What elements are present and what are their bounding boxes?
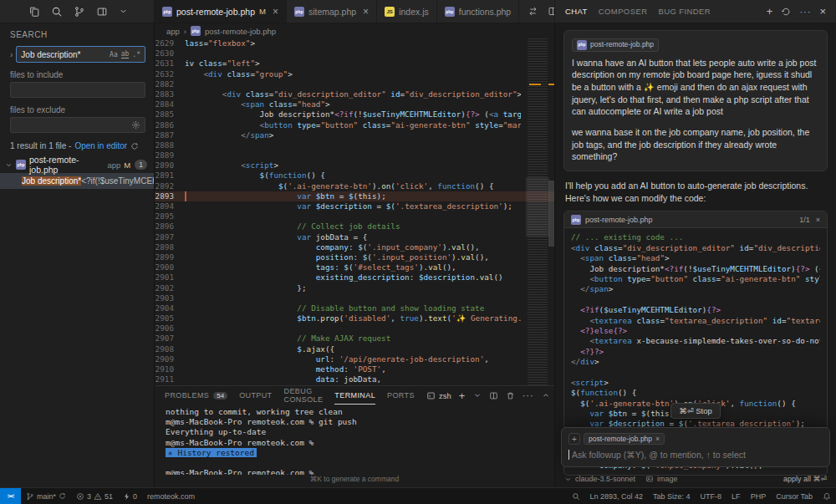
more-icon[interactable]: ···: [799, 7, 811, 17]
apply-all-button[interactable]: apply all ⌘⏎: [783, 475, 827, 483]
kill-terminal-icon[interactable]: [506, 391, 515, 400]
codeblock-header[interactable]: php post-remote-job.php 1/1 ×: [564, 211, 827, 228]
code-line[interactable]: 2630: [155, 48, 554, 59]
code-line[interactable]: 2897 var jobData = {: [155, 232, 554, 242]
cursor-position-status[interactable]: Ln 2893, Col 42: [585, 488, 649, 504]
code-line[interactable]: 2902 };: [155, 283, 554, 293]
code-line[interactable]: 2892 $('.ai-generate-btn').on('click', f…: [155, 181, 554, 191]
add-context-button[interactable]: +: [568, 433, 580, 445]
search-input[interactable]: Job description* Aa ab .*: [16, 46, 145, 63]
search-query[interactable]: Job description*: [21, 50, 106, 59]
code-line[interactable]: 2905 $btn.prop('disabled', true).text('✨…: [155, 313, 554, 323]
code-line[interactable]: 2883 <div class="div_description_editor"…: [155, 89, 554, 99]
problems-status[interactable]: 3 51: [71, 488, 118, 504]
code-line[interactable]: 2911 data: jobData,: [155, 374, 554, 384]
code-line[interactable]: 2907 // Make AJAX request: [155, 333, 554, 344]
eol-status[interactable]: LF: [726, 488, 746, 504]
code-line[interactable]: 2885 Job description*<?if(!$useTinyMCEHT…: [155, 109, 554, 120]
code-editor[interactable]: 2629lass="flexbox">2630 2631iv class="le…: [155, 38, 554, 385]
code-line[interactable]: 2896 // Collect job details: [155, 221, 554, 232]
language-mode-status[interactable]: PHP: [746, 488, 772, 504]
whole-word-icon[interactable]: ab: [121, 50, 130, 59]
close-icon[interactable]: ×: [816, 216, 820, 224]
refresh-icon[interactable]: [130, 142, 139, 150]
bolt-status[interactable]: 0: [118, 488, 142, 504]
compare-changes-icon[interactable]: [528, 6, 538, 17]
new-terminal-icon[interactable]: +: [459, 390, 466, 401]
git-branch-status[interactable]: main*: [21, 488, 71, 504]
code-line[interactable]: 2887 </span>: [155, 130, 554, 140]
panel-tab-terminal[interactable]: TERMINAL: [334, 386, 375, 405]
split-terminal-icon[interactable]: [489, 391, 498, 400]
code-line[interactable]: 2910 method: 'POST',: [155, 364, 554, 374]
editor-tab[interactable]: phpsitemap.php×: [287, 0, 377, 23]
code-line[interactable]: 2899 position: $('.input_position').val(…: [155, 252, 554, 262]
code-line[interactable]: 2895: [155, 211, 554, 221]
minimap-viewport[interactable]: [526, 177, 549, 237]
search-match-row[interactable]: Job description*<?if(!$useTinyMCEH: [0, 173, 154, 189]
attached-file-chip[interactable]: php post-remote-job.php: [572, 38, 659, 52]
files-to-exclude-input[interactable]: [10, 117, 145, 133]
panel-tab-problems[interactable]: PROBLEMS54: [165, 386, 227, 405]
chat-input-box[interactable]: + post-remote-job.php × Ask followup (⌘Y…: [561, 427, 830, 467]
exclude-settings-gear-icon[interactable]: [131, 120, 140, 130]
layout-icon[interactable]: [96, 6, 108, 18]
regex-icon[interactable]: .*: [132, 51, 140, 59]
code-line[interactable]: 2906: [155, 323, 554, 333]
history-icon[interactable]: [781, 7, 791, 17]
stop-generating-button[interactable]: ⌘⏎ Stop: [670, 403, 721, 419]
breadcrumb-folder[interactable]: app: [166, 27, 180, 36]
code-line[interactable]: 2886 <button type="button" class="ai-gen…: [155, 120, 554, 130]
source-control-icon[interactable]: [74, 6, 85, 18]
minimap[interactable]: [528, 38, 548, 385]
tab-bug-finder[interactable]: BUG FINDER: [658, 7, 711, 16]
more-panel-actions-icon[interactable]: ···: [522, 390, 534, 400]
code-line[interactable]: 2884 <span class="head">: [155, 99, 554, 109]
remove-chip-icon[interactable]: ×: [655, 435, 660, 443]
tab-composer[interactable]: COMPOSER: [599, 7, 648, 16]
editor-tab[interactable]: JSindex.js: [377, 0, 437, 23]
code-line[interactable]: 2882: [155, 79, 554, 89]
code-line[interactable]: 2629lass="flexbox">: [155, 38, 554, 48]
code-line[interactable]: 2891 $(function() {: [155, 171, 554, 181]
maximize-panel-icon[interactable]: [542, 391, 550, 400]
files-icon[interactable]: [28, 6, 40, 18]
split-editor-icon[interactable]: [548, 6, 554, 17]
toggle-replace-icon[interactable]: ›: [10, 50, 13, 59]
editor-tab[interactable]: phppost-remote-job.phpM×: [155, 0, 287, 23]
search-status-icon[interactable]: [567, 488, 585, 504]
match-case-icon[interactable]: Aa: [110, 51, 118, 59]
code-line[interactable]: 2893 var $btn = $(this);: [155, 191, 554, 201]
code-line[interactable]: 2908 $.ajax({: [155, 344, 554, 354]
shell-selector[interactable]: zsh: [426, 391, 451, 400]
code-line[interactable]: 2909 url: '/api/generate-job-description…: [155, 354, 554, 364]
context-file-chip[interactable]: post-remote-job.php ×: [584, 433, 665, 445]
terminal-dropdown-icon[interactable]: [473, 391, 482, 400]
tab-size-status[interactable]: Tab Size: 4: [648, 488, 696, 504]
code-line[interactable]: 2898 company: $('.input_company').val(),: [155, 242, 554, 252]
attach-image-button[interactable]: image: [645, 475, 678, 483]
panel-tab-debug-console[interactable]: DEBUG CONSOLE: [284, 386, 324, 405]
close-icon[interactable]: ×: [273, 6, 278, 18]
search-icon[interactable]: [51, 6, 63, 18]
editor-tab[interactable]: phpfunctions.php: [437, 0, 519, 23]
vertical-scrollbar[interactable]: [548, 38, 554, 385]
breadcrumb[interactable]: app › php post-remote-job.php: [155, 23, 554, 38]
panel-tab-output[interactable]: OUTPUT: [239, 386, 272, 405]
encoding-status[interactable]: UTF-8: [696, 488, 727, 504]
breadcrumb-file[interactable]: post-remote-job.php: [205, 27, 276, 36]
panel-tab-ports[interactable]: PORTS: [387, 386, 415, 405]
terminal-output[interactable]: nothing to commit, working tree cleanm@m…: [155, 405, 554, 475]
code-line[interactable]: 2904 // Disable button and show loading …: [155, 303, 554, 313]
new-chat-icon[interactable]: +: [767, 6, 773, 17]
notifications-bell-icon[interactable]: [818, 488, 836, 504]
chevron-down-icon[interactable]: [119, 7, 128, 16]
files-to-include-input[interactable]: [10, 82, 145, 98]
code-line[interactable]: 2631iv class="left">: [155, 59, 554, 69]
code-line[interactable]: 2901 existing_description: $description.…: [155, 272, 554, 283]
code-line[interactable]: 2894 var $description = $('.textarea_des…: [155, 201, 554, 211]
search-result-file-row[interactable]: php post-remote-job.php app M 1: [0, 156, 154, 173]
tab-chat[interactable]: CHAT: [565, 7, 588, 16]
cursor-tab-status[interactable]: Cursor Tab: [771, 488, 818, 504]
model-selector[interactable]: claude-3.5-sonnet: [564, 475, 635, 483]
